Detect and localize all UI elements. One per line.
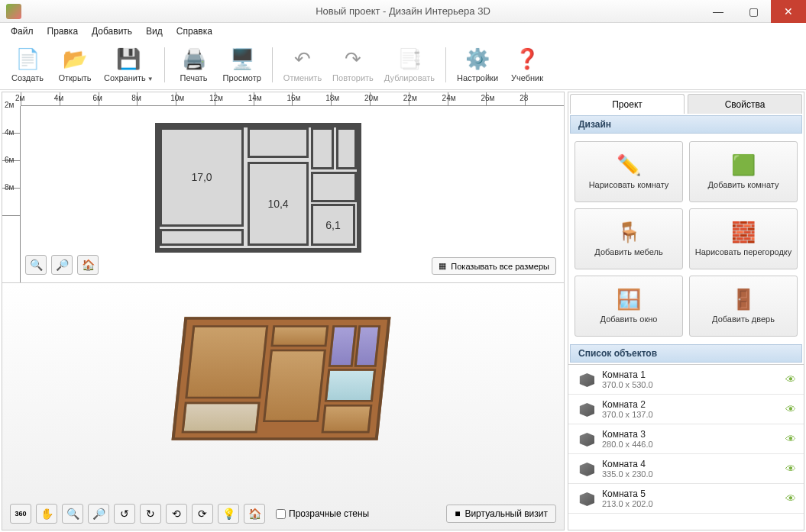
add-room-button[interactable]: 🟩Добавить комнату: [689, 141, 798, 202]
visibility-icon[interactable]: 👁: [785, 403, 796, 415]
save-icon: 💾: [116, 47, 141, 72]
cube-icon: [576, 431, 594, 447]
3d-view[interactable]: 360 ✋ 🔍 🔎 ↺ ↻ ⟲ ⟳ 💡 🏠 Прозрачные стены ■…: [2, 283, 564, 530]
cube-icon: [576, 491, 594, 506]
object-list-item[interactable]: Комната 1370.0 x 530.0👁: [568, 365, 804, 395]
room-closet-2[interactable]: [336, 127, 357, 169]
minimize-button[interactable]: —: [701, 0, 736, 23]
menu-add[interactable]: Добавить: [86, 24, 138, 38]
tab-project[interactable]: Проект: [570, 94, 685, 114]
printer-icon: 🖨️: [182, 47, 206, 72]
zoom-in-3d-button[interactable]: 🔎: [88, 504, 109, 524]
door-icon: 🚪: [731, 288, 756, 311]
show-sizes-toggle[interactable]: ▦ Показывать все размеры: [432, 257, 556, 275]
add-door-button[interactable]: 🚪Добавить дверь: [689, 276, 798, 337]
app-icon: [6, 4, 21, 19]
reset-view-button[interactable]: 🏠: [244, 504, 265, 524]
save-button[interactable]: 💾Сохранить▼: [99, 43, 158, 87]
tutorial-button[interactable]: ❓Учебник: [504, 43, 550, 87]
room-balcony[interactable]: [160, 229, 244, 246]
design-header: Дизайн: [570, 115, 802, 134]
ruler-vertical: 2м4м6м8м: [2, 106, 21, 282]
camera-icon: ■: [455, 508, 460, 519]
open-button[interactable]: 📂Открыть: [52, 43, 98, 87]
undo-icon: ↶: [290, 47, 315, 72]
room-closet-1[interactable]: [311, 127, 334, 169]
print-button[interactable]: 🖨️Печать: [171, 43, 217, 87]
zoom-out-3d-button[interactable]: 🔍: [62, 504, 83, 524]
pencil-icon: ✏️: [617, 153, 641, 177]
plan-view[interactable]: 2м4м6м8м10м12м14м16м18м20м22м24м26м28 2м…: [2, 92, 564, 283]
cube-icon: [576, 401, 594, 417]
menu-help[interactable]: Справка: [170, 24, 218, 38]
add-furniture-button[interactable]: 🪑Добавить мебель: [575, 208, 683, 269]
zoom-in-button[interactable]: 🔎: [51, 255, 73, 275]
360-button[interactable]: 360: [10, 504, 31, 524]
room-bath[interactable]: [311, 172, 357, 202]
ruler-horizontal: 2м4м6м8м10м12м14м16м18м20м22м24м26м28: [21, 92, 564, 106]
window-title: Новый проект - Дизайн Интерьера 3D: [0, 5, 806, 17]
gear-icon: ⚙️: [465, 47, 490, 72]
duplicate-button[interactable]: 📑Дублировать: [380, 43, 439, 87]
draw-room-button[interactable]: ✏️Нарисовать комнату: [575, 141, 683, 202]
add-window-button[interactable]: 🪟Добавить окно: [575, 276, 683, 337]
visibility-icon[interactable]: 👁: [785, 433, 796, 445]
transparent-walls-checkbox[interactable]: Прозрачные стены: [276, 508, 369, 519]
close-button[interactable]: ✕: [771, 0, 806, 23]
chair-icon: 🪑: [617, 221, 641, 244]
visibility-icon[interactable]: 👁: [785, 373, 796, 385]
side-panel: Проект Свойства Дизайн ✏️Нарисовать комн…: [568, 92, 804, 530]
visibility-icon[interactable]: 👁: [785, 463, 796, 475]
room-2[interactable]: 10,4: [248, 162, 309, 246]
window-icon: 🪟: [617, 288, 641, 311]
redo-button[interactable]: ↷Повторить: [328, 43, 378, 87]
object-list-item[interactable]: Комната 5213.0 x 202.0👁: [568, 484, 804, 514]
room-hall[interactable]: [248, 127, 309, 158]
3d-scene[interactable]: [178, 306, 384, 451]
grid-icon: ▦: [439, 261, 446, 271]
cube-icon: [576, 461, 594, 476]
undo-button[interactable]: ↶Отменить: [279, 43, 326, 87]
monitor-icon: 🖥️: [230, 47, 254, 72]
new-file-icon: 📄: [15, 47, 40, 72]
maximize-button[interactable]: ▢: [736, 0, 771, 23]
room-3[interactable]: 6,1: [311, 204, 355, 246]
home-view-button[interactable]: 🏠: [77, 255, 99, 275]
objects-header: Список объектов: [570, 344, 802, 363]
menu-edit[interactable]: Правка: [41, 24, 85, 38]
help-icon: ❓: [515, 47, 539, 72]
folder-open-icon: 📂: [63, 47, 87, 72]
room-add-icon: 🟩: [731, 153, 756, 177]
toolbar: 📄Создать 📂Открыть 💾Сохранить▼ 🖨️Печать 🖥…: [0, 40, 806, 90]
settings-button[interactable]: ⚙️Настройки: [452, 43, 503, 87]
floorplan[interactable]: 17,0 10,4 6,1: [155, 123, 361, 253]
brick-wall-icon: 🧱: [731, 221, 756, 244]
rotate-right-button[interactable]: ↻: [140, 504, 161, 524]
pan-button[interactable]: ✋: [36, 504, 57, 524]
redo-icon: ↷: [341, 47, 365, 72]
menubar: Файл Правка Добавить Вид Справка: [0, 23, 806, 40]
create-button[interactable]: 📄Создать: [5, 43, 50, 87]
titlebar: Новый проект - Дизайн Интерьера 3D — ▢ ✕: [0, 0, 806, 23]
virtual-visit-button[interactable]: ■ Виртуальный визит: [446, 505, 556, 523]
tilt-down-button[interactable]: ⟳: [192, 504, 213, 524]
visibility-icon[interactable]: 👁: [785, 492, 796, 505]
object-list-item[interactable]: Комната 2370.0 x 137.0👁: [568, 395, 804, 424]
object-list-item[interactable]: Комната 4335.0 x 230.0👁: [568, 454, 804, 484]
tab-properties[interactable]: Свойства: [688, 94, 802, 114]
duplicate-icon: 📑: [397, 47, 422, 72]
cube-icon: [576, 372, 594, 387]
menu-view[interactable]: Вид: [140, 24, 169, 38]
menu-file[interactable]: Файл: [5, 24, 40, 38]
draw-wall-button[interactable]: 🧱Нарисовать перегородку: [689, 208, 798, 269]
preview-button[interactable]: 🖥️Просмотр: [218, 43, 266, 87]
zoom-out-button[interactable]: 🔍: [25, 255, 47, 275]
tilt-up-button[interactable]: ⟲: [166, 504, 187, 524]
room-1[interactable]: 17,0: [160, 127, 244, 227]
rotate-left-button[interactable]: ↺: [114, 504, 135, 524]
object-list[interactable]: Комната 1370.0 x 530.0👁Комната 2370.0 x …: [568, 364, 804, 530]
lighting-button[interactable]: 💡: [218, 504, 239, 524]
object-list-item[interactable]: Комната 3280.0 x 446.0👁: [568, 424, 804, 454]
